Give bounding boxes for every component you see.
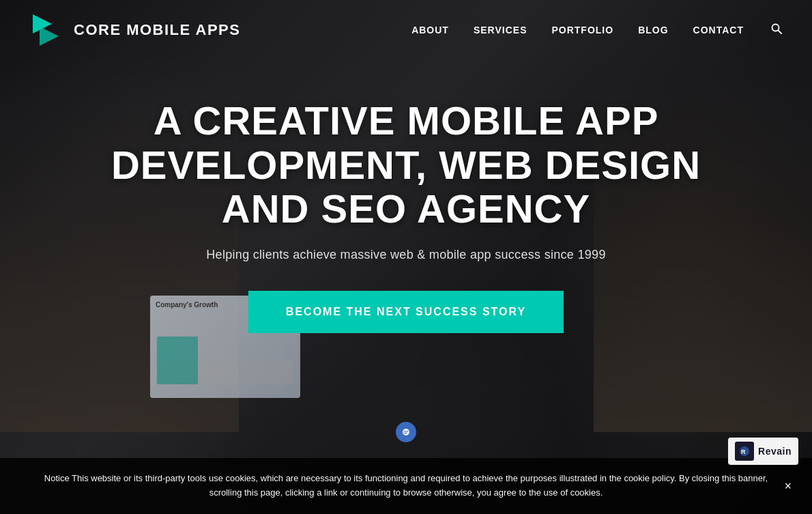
svg-marker-1 bbox=[40, 27, 59, 46]
chat-bubble-icon[interactable] bbox=[396, 422, 416, 442]
nav-link-blog[interactable]: BLOG bbox=[638, 25, 668, 35]
cta-button[interactable]: BECOME THE NEXT SUCCESS STORY bbox=[248, 291, 564, 333]
hero-section: CORE MOBILE APPS ABOUT SERVICES PORTFOLI… bbox=[0, 0, 812, 514]
nav-link-about[interactable]: ABOUT bbox=[411, 25, 449, 35]
revain-widget[interactable]: R Revain bbox=[728, 438, 798, 465]
nav-item-contact[interactable]: CONTACT bbox=[693, 24, 744, 36]
svg-point-4 bbox=[403, 429, 409, 436]
nav-item-blog[interactable]: BLOG bbox=[638, 24, 668, 36]
nav-link-contact[interactable]: CONTACT bbox=[693, 25, 744, 35]
brand-name: CORE MOBILE APPS bbox=[74, 21, 240, 39]
nav-item-portfolio[interactable]: PORTFOLIO bbox=[551, 24, 613, 36]
nav-link-services[interactable]: SERVICES bbox=[474, 25, 527, 35]
nav-link-portfolio[interactable]: PORTFOLIO bbox=[551, 25, 613, 35]
svg-text:R: R bbox=[741, 448, 746, 455]
svg-line-3 bbox=[779, 31, 782, 34]
main-nav: CORE MOBILE APPS ABOUT SERVICES PORTFOLI… bbox=[0, 0, 812, 60]
brand-logo-link[interactable]: CORE MOBILE APPS bbox=[27, 12, 240, 48]
nav-item-services[interactable]: SERVICES bbox=[474, 24, 527, 36]
cookie-notice-text: Notice This website or its third-party t… bbox=[44, 473, 768, 498]
hero-subtitle: Helping clients achieve massive web & mo… bbox=[206, 248, 605, 262]
cookie-notice: Notice This website or its third-party t… bbox=[0, 458, 812, 514]
search-icon[interactable] bbox=[768, 22, 785, 39]
hero-content: A CREATIVE MOBILE APP DEVELOPMENT, WEB D… bbox=[0, 0, 812, 432]
hero-title: A CREATIVE MOBILE APP DEVELOPMENT, WEB D… bbox=[82, 99, 730, 232]
nav-item-search[interactable] bbox=[768, 23, 785, 37]
nav-links: ABOUT SERVICES PORTFOLIO BLOG CONTACT bbox=[411, 23, 785, 37]
revain-icon: R bbox=[735, 442, 754, 461]
nav-item-about[interactable]: ABOUT bbox=[411, 24, 449, 36]
revain-label: Revain bbox=[758, 446, 792, 457]
brand-logo-icon bbox=[27, 12, 64, 48]
cookie-close-button[interactable]: × bbox=[784, 480, 792, 492]
